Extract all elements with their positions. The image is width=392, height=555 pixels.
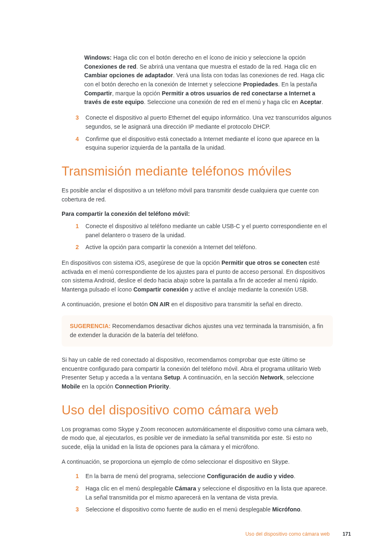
list-item: 4 Confirme que el dispositivo está conec… bbox=[62, 135, 333, 153]
step-number: 3 bbox=[62, 505, 79, 514]
list-item: 2 Active la opción para compartir la con… bbox=[62, 243, 333, 252]
step-text: Active la opción para compartir la conex… bbox=[85, 243, 333, 252]
step-number: 2 bbox=[62, 484, 79, 502]
intro-paragraph: Es posible anclar el dispositivo a un te… bbox=[62, 186, 333, 204]
subheading-share-connection: Para compartir la conexión del teléfono … bbox=[62, 210, 333, 219]
onair-paragraph: A continuación, presione el botón ON AIR… bbox=[62, 300, 333, 309]
step-number: 2 bbox=[62, 243, 79, 252]
tip-label: SUGERENCIA: bbox=[70, 323, 111, 329]
windows-label: Windows: bbox=[84, 54, 112, 61]
heading-mobile-transmission: Transmisión mediante teléfonos móviles bbox=[62, 164, 333, 179]
ios-android-paragraph: En dispositivos con sistema iOS, asegúre… bbox=[62, 259, 333, 294]
step-number: 1 bbox=[62, 222, 79, 240]
list-item: 1 En la barra de menú del programa, sele… bbox=[62, 472, 333, 481]
step-text: Conecte el dispositivo al puerto Etherne… bbox=[85, 113, 333, 131]
tip-text: SUGERENCIA: Recomendamos desactivar dich… bbox=[70, 322, 325, 340]
webcam-intro-paragraph: Los programas como Skype y Zoom reconoce… bbox=[62, 425, 333, 452]
document-page: Windows: Haga clic con el botón derecho … bbox=[0, 0, 392, 555]
footer-section-title: Uso del dispositivo como cámara web bbox=[245, 531, 330, 537]
step-text: Conecte el dispositivo al teléfono media… bbox=[85, 222, 333, 240]
step-text: Haga clic en el menú desplegable Cámara … bbox=[85, 484, 333, 502]
step-number: 1 bbox=[62, 472, 79, 481]
step-text: Seleccione el dispositivo como fuente de… bbox=[85, 505, 333, 514]
list-item: 3 Conecte el dispositivo al puerto Ether… bbox=[62, 113, 333, 131]
network-priority-paragraph: Si hay un cable de red conectado al disp… bbox=[62, 356, 333, 391]
steps-list-b: 1 Conecte el dispositivo al teléfono med… bbox=[62, 222, 333, 252]
content-column: Windows: Haga clic con el botón derecho … bbox=[62, 53, 333, 514]
step-number: 4 bbox=[62, 135, 79, 153]
page-footer: Uso del dispositivo como cámara web 171 bbox=[245, 531, 351, 537]
step-number: 3 bbox=[62, 113, 79, 131]
footer-page-number: 171 bbox=[343, 531, 351, 537]
step-text: Confirme que el dispositivo está conecta… bbox=[85, 135, 333, 153]
steps-list-a: 3 Conecte el dispositivo al puerto Ether… bbox=[62, 113, 333, 153]
heading-webcam: Uso del dispositivo como cámara web bbox=[62, 403, 333, 418]
tip-box: SUGERENCIA: Recomendamos desactivar dich… bbox=[62, 315, 333, 346]
step-text: En la barra de menú del programa, selecc… bbox=[85, 472, 333, 481]
list-item: 1 Conecte el dispositivo al teléfono med… bbox=[62, 222, 333, 240]
steps-list-c: 1 En la barra de menú del programa, sele… bbox=[62, 472, 333, 514]
windows-instructions: Windows: Haga clic con el botón derecho … bbox=[84, 53, 333, 107]
list-item: 3 Seleccione el dispositivo como fuente … bbox=[62, 505, 333, 514]
skype-example-paragraph: A continuación, se proporciona un ejempl… bbox=[62, 458, 333, 467]
list-item: 2 Haga clic en el menú desplegable Cámar… bbox=[62, 484, 333, 502]
windows-paragraph: Windows: Haga clic con el botón derecho … bbox=[84, 53, 333, 107]
